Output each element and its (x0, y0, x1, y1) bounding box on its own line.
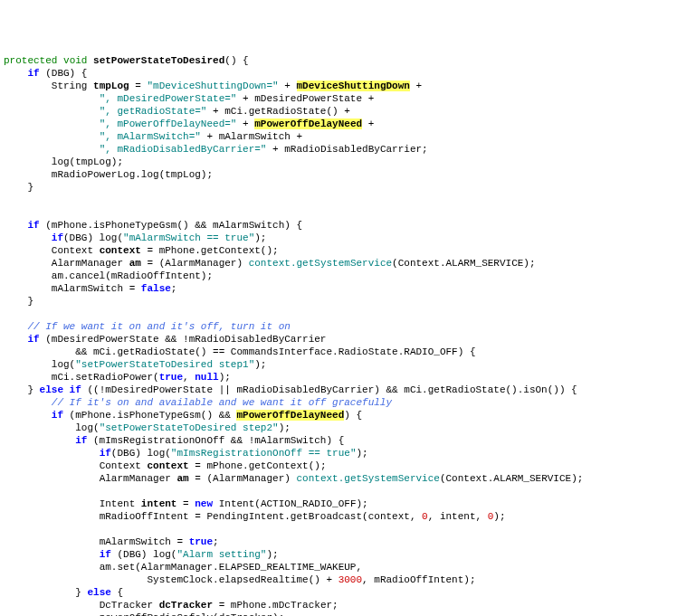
string: "mAlarmSwitch == true" (123, 232, 254, 243)
code: Intent (100, 498, 141, 509)
code: + mRadioDisabledByCarrier; (266, 144, 427, 155)
code: String (52, 81, 93, 91)
var: tmpLog (93, 81, 129, 91)
string: ", mAlarmSwitch=" (100, 131, 201, 142)
code: ); (219, 372, 231, 383)
highlight: mPowerOffDelayNeed (236, 410, 344, 421)
brace: } (27, 296, 33, 307)
code: DcTracker (100, 600, 159, 611)
code: ); (254, 232, 266, 243)
method-name: setPowerStateToDesired (93, 55, 224, 66)
code: mRadioOffIntent = PendingIntent.getBroad… (100, 511, 422, 522)
code: SystemClock.elapsedRealtime() + (147, 574, 338, 585)
code: log(tmpLog); (52, 156, 123, 167)
string: "mDeviceShuttingDown=" (147, 81, 278, 91)
code: AlarmManager (52, 258, 129, 269)
code: am.set(AlarmManager.ELAPSED_REALTIME_WAK… (100, 562, 362, 573)
var: context (100, 245, 141, 256)
kw-if: if (100, 448, 111, 459)
string: ", getRadioState=" (100, 106, 207, 117)
code: (Context.ALARM_SERVICE); (392, 258, 535, 269)
code: mAlarmSwitch = (52, 283, 141, 294)
code: ); (279, 422, 291, 433)
comment: // If it's on and available and we want … (52, 397, 392, 408)
code: ); (356, 448, 367, 459)
kw-new: new (195, 498, 213, 509)
code: = (AlarmManager) (141, 258, 249, 269)
code: = (AlarmManager) (189, 473, 297, 484)
string: "mImsRegistrationOnOff == true" (171, 448, 357, 459)
code: ) { (344, 410, 362, 421)
string: "setPowerStateToDesired step2" (100, 422, 279, 433)
kw-if: if (52, 232, 63, 243)
var: dcTracker (159, 600, 213, 611)
highlight: mPowerOffDelayNeed (254, 118, 362, 129)
highlight: mDeviceShuttingDown (297, 81, 410, 91)
code: ; (213, 536, 219, 547)
var: intent (141, 498, 177, 509)
code-block: protected void setPowerStateToDesired() … (4, 54, 696, 616)
code: , mRadioOffIntent); (362, 574, 475, 585)
brace: } (75, 587, 81, 598)
code: Context (100, 460, 148, 471)
code: log( (75, 422, 99, 433)
code: (DBG) log( (111, 448, 171, 459)
kw-if: if (52, 410, 63, 421)
code: { (117, 587, 123, 598)
string: "setPowerStateToDesired step1" (75, 359, 254, 370)
kw-true: true (159, 372, 183, 383)
code: + (236, 118, 254, 129)
code: (mPhone.isPhoneTypeGsm() && (63, 410, 236, 421)
code: (mDesiredPowerState && !mRadioDisabledBy… (40, 334, 327, 345)
kw-elseif: else if (33, 384, 87, 395)
var: am (176, 473, 188, 484)
kw-if: if (75, 435, 87, 446)
code: () { (224, 55, 248, 66)
kw-null: null (195, 372, 218, 383)
code: && mCi.getRadioState() == CommandsInterf… (75, 346, 475, 357)
kw-else: else (81, 587, 118, 598)
kw-if: if (27, 334, 39, 345)
kw-false: false (141, 283, 171, 294)
code: (Context.ALARM_SERVICE); (440, 473, 583, 484)
code: + mDesiredPowerState + (236, 93, 374, 104)
code: = (176, 498, 195, 509)
code: = mPhone.getContext(); (141, 245, 279, 256)
code: (DBG) { (40, 68, 88, 79)
code: Intent(ACTION_RADIO_OFF); (213, 498, 368, 509)
code: (DBG) log( (63, 232, 123, 243)
code: ; (171, 283, 177, 294)
code: , (183, 372, 195, 383)
code: + (362, 118, 374, 129)
string: "Alarm setting" (176, 549, 266, 560)
code: = (129, 81, 148, 91)
code: + mAlarmSwitch + (201, 131, 302, 142)
kw-if: if (27, 68, 39, 79)
code: + mCi.getRadioState() + (206, 106, 349, 117)
kw-if: if (100, 549, 111, 560)
code: + (279, 81, 297, 91)
var: am (129, 258, 141, 269)
number: 0 (422, 511, 428, 522)
code: ); (266, 549, 278, 560)
var: context (147, 460, 188, 471)
code: = mPhone.getContext(); (189, 460, 327, 471)
code: = mPhone.mDcTracker; (213, 600, 338, 611)
string: ", mDesiredPowerState=" (100, 93, 237, 104)
code: Context (52, 245, 100, 256)
code: (DBG) log( (111, 549, 177, 560)
code: (mPhone.isPhoneTypeGsm() && mAlarmSwitch… (40, 220, 302, 231)
code: log( (52, 359, 75, 370)
brace: } (27, 182, 33, 193)
code: , intent, (428, 511, 488, 522)
code: mAlarmSwitch = (100, 536, 189, 547)
number: 3000 (338, 574, 362, 585)
kw-if: if (27, 220, 39, 231)
code: ); (493, 511, 505, 522)
code: mCi.setRadioPower( (52, 372, 159, 383)
comment: // If we want it on and it's off, turn i… (27, 321, 290, 332)
kw-true: true (189, 536, 213, 547)
code: powerOffRadioSafely(dcTracker); (100, 612, 285, 616)
code: ((!mDesiredPowerState || mRadioDisabledB… (87, 384, 577, 395)
call: context.getSystemService (249, 258, 392, 269)
